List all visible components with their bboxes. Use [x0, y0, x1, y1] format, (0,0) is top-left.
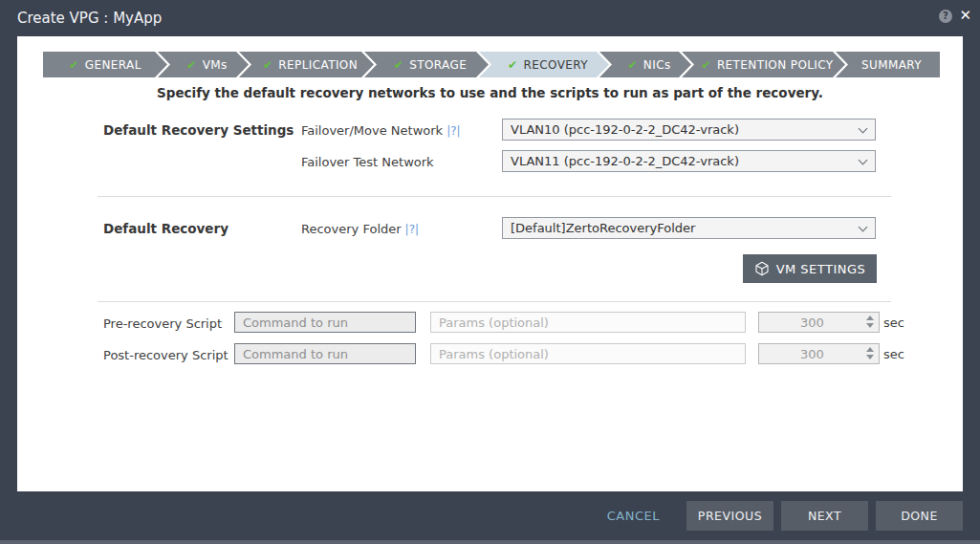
post-recovery-timeout-value[interactable] — [759, 345, 879, 364]
check-icon: ✔ — [508, 58, 517, 72]
post-recovery-params-input[interactable] — [430, 343, 746, 364]
failover-test-network-select[interactable]: VLAN11 (pcc-192-0-2-2_DC42-vrack) — [502, 150, 876, 172]
tab-retention-policy[interactable]: ✔ RETENTION POLICY — [682, 52, 845, 77]
dialog-content: ✔ GENERAL ✔ VMs ✔ REPLICATION ✔ STORAGE … — [17, 36, 963, 491]
help-marker-icon[interactable]: |?| — [405, 223, 419, 236]
help-icon[interactable]: ? — [939, 10, 952, 23]
pre-recovery-timeout-stepper[interactable] — [758, 312, 880, 333]
tab-summary[interactable]: SUMMARY — [836, 52, 940, 77]
page-description: Specify the default recovery networks to… — [17, 85, 963, 100]
tab-storage[interactable]: ✔ STORAGE — [364, 52, 489, 77]
cube-icon — [754, 261, 770, 276]
spinner-up-icon[interactable] — [866, 316, 874, 320]
pre-recovery-timeout-unit: sec — [883, 316, 904, 330]
select-value: [Default]ZertoRecoveryFolder — [511, 221, 695, 235]
tab-nics[interactable]: ✔ NICs — [599, 52, 691, 77]
section-title-default-recovery-settings: Default Recovery Settings — [103, 122, 294, 138]
pre-recovery-params-input[interactable] — [430, 312, 746, 333]
check-icon: ✔ — [186, 58, 196, 72]
spinner-down-icon[interactable] — [866, 323, 874, 328]
spinner-up-icon[interactable] — [866, 347, 874, 352]
help-marker-icon[interactable]: |?| — [446, 124, 460, 138]
chevron-down-icon — [859, 124, 868, 134]
vm-settings-button[interactable]: VM SETTINGS — [743, 254, 877, 283]
failover-move-network-select[interactable]: VLAN10 (pcc-192-0-2-2_DC42-vrack) — [502, 119, 876, 141]
tab-label: RETENTION POLICY — [717, 58, 834, 72]
next-button[interactable]: NEXT — [781, 501, 868, 531]
label-text: Failover/Move Network — [301, 123, 443, 138]
recovery-folder-label: Recovery Folder|?| — [301, 222, 419, 236]
dialog-footer: CANCEL PREVIOUS NEXT DONE — [0, 491, 980, 540]
check-icon: ✔ — [627, 58, 637, 72]
tab-label: SUMMARY — [861, 58, 922, 72]
vm-settings-label: VM SETTINGS — [776, 262, 866, 276]
recovery-folder-select[interactable]: [Default]ZertoRecoveryFolder — [502, 217, 876, 239]
post-recovery-timeout-stepper[interactable] — [758, 343, 880, 364]
check-icon: ✔ — [69, 58, 78, 72]
spinner-arrows — [866, 316, 874, 328]
previous-button[interactable]: PREVIOUS — [686, 501, 773, 531]
tab-label: NICs — [643, 58, 671, 72]
done-button[interactable]: DONE — [876, 501, 963, 531]
tab-label: VMs — [203, 58, 228, 72]
cancel-button[interactable]: CANCEL — [607, 509, 660, 523]
failover-move-network-label: Failover/Move Network|?| — [301, 123, 461, 138]
wizard-steps: ✔ GENERAL ✔ VMs ✔ REPLICATION ✔ STORAGE … — [43, 52, 940, 77]
tab-label: STORAGE — [409, 58, 467, 72]
window-edge-strip — [0, 540, 980, 544]
select-value: VLAN10 (pcc-192-0-2-2_DC42-vrack) — [511, 122, 739, 137]
spinner-arrows — [866, 347, 874, 359]
check-icon: ✔ — [701, 58, 710, 72]
tab-replication[interactable]: ✔ REPLICATION — [239, 52, 374, 77]
close-icon[interactable]: ✕ — [959, 7, 971, 24]
check-icon: ✔ — [263, 58, 272, 72]
divider — [98, 196, 891, 197]
tab-vms[interactable]: ✔ VMs — [158, 52, 249, 77]
tab-label: GENERAL — [85, 58, 142, 72]
divider — [98, 301, 891, 302]
post-recovery-command-input[interactable] — [234, 343, 416, 364]
pre-recovery-script-label: Pre-recovery Script — [103, 316, 222, 331]
label-text: Recovery Folder — [301, 222, 402, 236]
label-text: Failover Test Network — [301, 155, 434, 169]
tab-label: RECOVERY — [524, 58, 588, 72]
pre-recovery-command-input[interactable] — [234, 312, 416, 333]
tab-recovery[interactable]: ✔ RECOVERY — [479, 52, 609, 77]
failover-test-network-label: Failover Test Network — [301, 155, 434, 169]
spinner-down-icon[interactable] — [866, 355, 874, 359]
dialog-title: Create VPG : MyApp — [17, 10, 162, 27]
chevron-down-icon — [859, 223, 868, 232]
select-value: VLAN11 (pcc-192-0-2-2_DC42-vrack) — [511, 154, 739, 168]
pre-recovery-timeout-value[interactable] — [759, 314, 879, 333]
dialog-titlebar: Create VPG : MyApp ? ✕ — [0, 0, 980, 36]
check-icon: ✔ — [394, 58, 403, 72]
post-recovery-timeout-unit: sec — [883, 347, 904, 361]
section-title-default-recovery: Default Recovery — [103, 221, 229, 236]
tab-general[interactable]: ✔ GENERAL — [43, 52, 167, 77]
tab-label: REPLICATION — [278, 58, 358, 72]
chevron-down-icon — [859, 156, 868, 165]
post-recovery-script-label: Post-recovery Script — [103, 348, 229, 362]
